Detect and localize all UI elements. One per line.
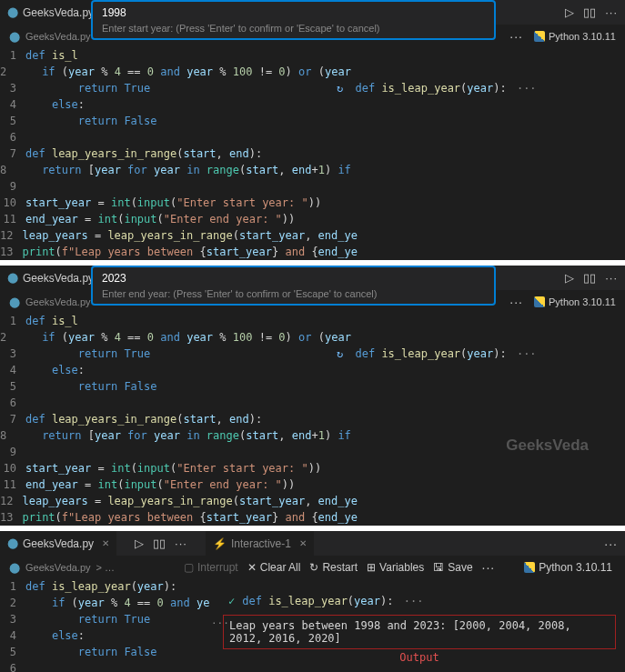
- python-version[interactable]: Python 3.10.11: [524, 561, 612, 574]
- python-file-icon: ⬤: [7, 272, 18, 284]
- more-icon[interactable]: ···: [509, 295, 523, 309]
- editor-panel-1: ⬤ GeeksVeda.py ✕ ▷ ▯▯ ··· 1998 Enter sta…: [0, 0, 625, 260]
- variables-icon: ⊞: [367, 561, 376, 574]
- refresh-icon[interactable]: ↻: [337, 82, 343, 95]
- output-cell: ··· Leap years between 1998 and 2023: [2…: [223, 615, 616, 649]
- breadcrumb-file[interactable]: GeeksVeda.py: [25, 31, 91, 42]
- close-icon: ✕: [247, 561, 257, 574]
- prompt-hint: Enter end year: (Press 'Enter' to confir…: [102, 288, 485, 299]
- output-text: Leap years between 1998 and 2023: [2000,…: [229, 619, 571, 645]
- more-icon[interactable]: ···: [605, 5, 618, 19]
- prompt-hint: Enter start year: (Press 'Enter' to conf…: [102, 23, 485, 34]
- code-editor[interactable]: 1def is_l 2 if (year % 4 == 0 and year %…: [0, 47, 328, 260]
- tab-label: Interactive-1: [231, 537, 291, 550]
- clear-all-button[interactable]: ✕Clear All: [247, 561, 301, 574]
- interrupt-button[interactable]: ▢Interrupt: [184, 561, 238, 574]
- prompt-value: 1998: [102, 6, 485, 19]
- tab-label: GeeksVeda.py: [23, 272, 94, 285]
- more-icon[interactable]: ···: [509, 29, 523, 44]
- python-version[interactable]: Python 3.10.11: [534, 31, 616, 42]
- python-file-icon: ⬤: [7, 6, 18, 18]
- fold-icon[interactable]: ···: [517, 347, 537, 360]
- run-icon[interactable]: ▷: [135, 537, 144, 550]
- tab-label: GeeksVeda.py: [23, 537, 94, 550]
- refresh-icon[interactable]: ↻: [337, 347, 343, 360]
- split-icon[interactable]: ▯▯: [583, 5, 596, 19]
- breadcrumb-file[interactable]: GeeksVeda.py: [25, 562, 91, 573]
- more-icon[interactable]: ···: [175, 537, 187, 550]
- input-prompt-end[interactable]: 2023 Enter end year: (Press 'Enter' to c…: [91, 266, 496, 306]
- breadcrumb-file[interactable]: GeeksVeda.py: [25, 296, 91, 307]
- fold-icon[interactable]: ···: [404, 595, 424, 607]
- save-icon: 🖫: [433, 561, 444, 574]
- tab-interactive[interactable]: ⚡ Interactive-1 ✕: [206, 531, 314, 556]
- restart-button[interactable]: ↻Restart: [309, 561, 358, 574]
- more-icon[interactable]: ···: [605, 271, 618, 285]
- more-icon[interactable]: ···: [482, 560, 496, 575]
- python-version[interactable]: Python 3.10.11: [534, 296, 616, 307]
- input-prompt-start[interactable]: 1998 Enter start year: (Press 'Enter' to…: [91, 0, 496, 40]
- more-icon[interactable]: ···: [604, 537, 618, 551]
- collapse-icon[interactable]: ···: [211, 617, 229, 629]
- interactive-output-pane: ✓ def is_leap_year(year): ··· ··· Leap y…: [214, 578, 625, 672]
- tab-label: GeeksVeda.py: [23, 6, 94, 19]
- fold-icon[interactable]: ···: [517, 82, 537, 95]
- interactive-pane: ↻ def is_leap_year(year): ···: [328, 313, 625, 526]
- prompt-value: 2023: [102, 272, 485, 285]
- close-icon[interactable]: ✕: [102, 538, 109, 548]
- save-button[interactable]: 🖫Save: [433, 561, 472, 574]
- editor-panel-3: ⬤ GeeksVeda.py ✕ ▷ ▯▯ ··· ⚡ Interactive-…: [0, 531, 625, 672]
- code-editor[interactable]: 1def is_leap_year(year): 2 if (year % 4 …: [0, 578, 214, 672]
- run-icon[interactable]: ▷: [565, 5, 574, 19]
- tab-bar: ⬤ GeeksVeda.py ✕ ▷ ▯▯ ··· ⚡ Interactive-…: [0, 531, 625, 557]
- check-icon: ✓: [228, 595, 235, 607]
- code-editor[interactable]: 1def is_l 2 if (year % 4 == 0 and year %…: [0, 313, 328, 526]
- interactive-pane: ↻ def is_leap_year(year): ···: [328, 47, 625, 260]
- breadcrumb-more[interactable]: > …: [96, 562, 115, 573]
- run-icon[interactable]: ▷: [565, 271, 574, 285]
- interactive-icon: ⚡: [213, 537, 227, 550]
- split-icon[interactable]: ▯▯: [153, 537, 166, 550]
- output-label: Output: [223, 651, 616, 664]
- variables-button[interactable]: ⊞Variables: [367, 561, 424, 574]
- python-file-icon: ⬤: [7, 537, 18, 549]
- split-icon[interactable]: ▯▯: [583, 271, 596, 285]
- close-icon[interactable]: ✕: [299, 538, 307, 548]
- restart-icon: ↻: [309, 561, 318, 574]
- tab-geeksveda[interactable]: ⬤ GeeksVeda.py ✕: [0, 531, 116, 556]
- python-file-icon: ⬤: [9, 31, 20, 43]
- python-file-icon: ⬤: [9, 562, 20, 574]
- python-file-icon: ⬤: [9, 296, 20, 308]
- editor-panel-2: ⬤ GeeksVeda.py ✕ ▷ ▯▯ ··· 2023 Enter end…: [0, 266, 625, 526]
- stop-icon: ▢: [184, 561, 194, 574]
- watermark: GeeksVeda: [506, 436, 589, 455]
